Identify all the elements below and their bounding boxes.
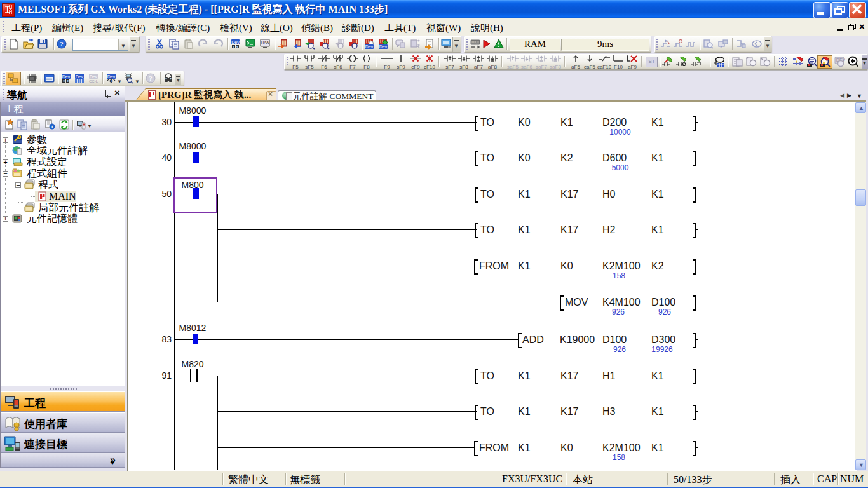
svg-text:Dev: Dev — [231, 40, 240, 44]
svg-text:saF6: saF6 — [521, 64, 532, 70]
svg-text:aF8: aF8 — [488, 64, 497, 70]
svg-text:sF8: sF8 — [459, 64, 468, 70]
svg-text:Dev: Dev — [365, 44, 374, 49]
svg-text:CC-L: CC-L — [89, 79, 98, 83]
svg-text:H/W: H/W — [261, 41, 269, 45]
svg-text:aF5: aF5 — [571, 64, 580, 70]
svg-text:saF7: saF7 — [536, 64, 547, 70]
svg-text:Dev: Dev — [76, 74, 84, 79]
svg-text:caF10: caF10 — [597, 64, 611, 70]
svg-text:F8: F8 — [363, 64, 370, 70]
svg-text:sF6: sF6 — [334, 64, 342, 70]
svg-text:aF7: aF7 — [474, 64, 483, 70]
svg-text:cF10: cF10 — [424, 64, 435, 70]
svg-text:cF9: cF9 — [411, 64, 420, 70]
svg-text:Dev: Dev — [62, 74, 71, 79]
svg-text:F10: F10 — [614, 64, 623, 70]
svg-text:saF8: saF8 — [550, 64, 561, 70]
svg-text:aF9: aF9 — [628, 64, 637, 70]
svg-text:sF7: sF7 — [445, 64, 454, 70]
svg-text:Dev: Dev — [90, 74, 98, 79]
svg-text:saF5: saF5 — [507, 64, 519, 70]
svg-text:F5: F5 — [292, 64, 299, 70]
svg-text:Dev: Dev — [107, 74, 116, 79]
svg-text:Dev: Dev — [379, 44, 388, 49]
svg-text:sF5: sF5 — [305, 64, 314, 70]
svg-text:caF5: caF5 — [584, 64, 595, 70]
svg-text:?: ? — [60, 40, 64, 48]
svg-text:sF9: sF9 — [397, 64, 405, 70]
svg-text:?: ? — [149, 75, 153, 82]
svg-text:F6: F6 — [321, 64, 327, 70]
svg-text:F7: F7 — [349, 64, 356, 70]
svg-text:F9: F9 — [384, 64, 390, 70]
